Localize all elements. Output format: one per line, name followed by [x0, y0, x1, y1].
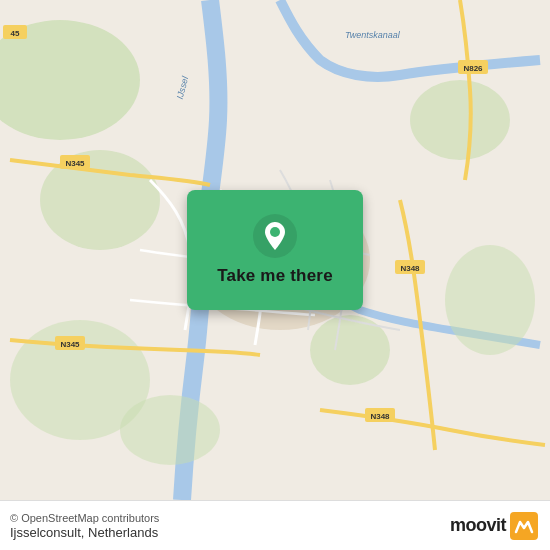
- svg-text:45: 45: [11, 29, 20, 38]
- svg-text:Twentskanaal: Twentskanaal: [345, 30, 401, 40]
- attribution-text: © OpenStreetMap contributors: [10, 512, 159, 524]
- bottom-left: © OpenStreetMap contributors Ijsselconsu…: [10, 512, 159, 540]
- location-pin-icon: [253, 214, 297, 258]
- moovit-logo: moovit: [450, 512, 538, 540]
- svg-point-5: [445, 245, 535, 355]
- svg-text:N345: N345: [65, 159, 85, 168]
- bottom-bar: © OpenStreetMap contributors Ijsselconsu…: [0, 500, 550, 550]
- moovit-brand-text: moovit: [450, 515, 506, 536]
- svg-point-25: [270, 227, 280, 237]
- map-area: N345 N345 N348 N348 N826 Twentskanaal: [0, 0, 550, 500]
- svg-point-7: [120, 395, 220, 465]
- svg-point-4: [410, 80, 510, 160]
- svg-text:N826: N826: [463, 64, 483, 73]
- take-me-there-label: Take me there: [217, 266, 333, 286]
- svg-text:N348: N348: [400, 264, 420, 273]
- moovit-icon: [510, 512, 538, 540]
- svg-text:N348: N348: [370, 412, 390, 421]
- svg-text:N345: N345: [60, 340, 80, 349]
- app-name-label: Ijsselconsult, Netherlands: [10, 525, 159, 540]
- location-card[interactable]: Take me there: [187, 190, 363, 310]
